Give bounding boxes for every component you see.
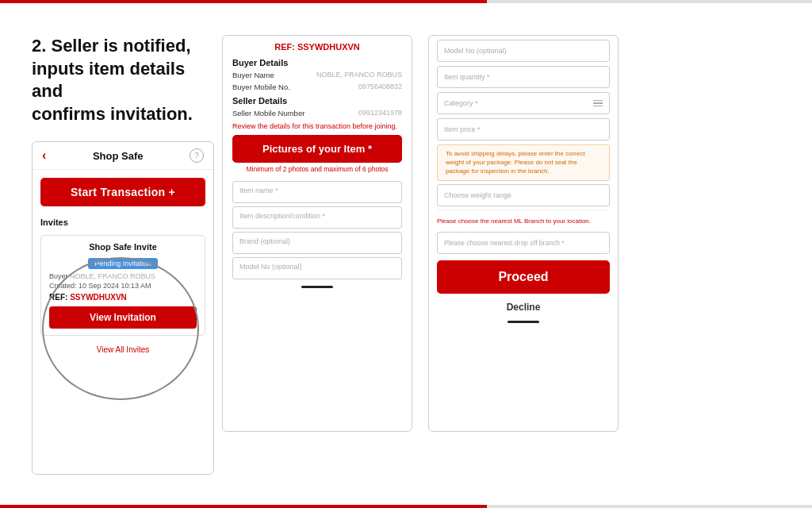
main-container: 2. Seller is notified, inputs item detai… <box>0 3 812 505</box>
item-name-input[interactable]: Item name * <box>232 181 402 203</box>
middle-screen: REF: SSYWDHUXVN Buyer Details Buyer Name… <box>222 35 412 432</box>
brand-input[interactable]: Brand (optional) <box>232 232 402 254</box>
dropdown-icon <box>593 100 603 107</box>
model-no-input-1[interactable]: Model No (optional) <box>232 257 402 279</box>
decline-button[interactable]: Decline <box>429 298 618 316</box>
bottom-border <box>0 505 812 508</box>
proceed-button[interactable]: Proceed <box>437 260 610 294</box>
view-invitation-button[interactable]: View Invitation <box>49 306 197 329</box>
review-text: Review the details for this transaction … <box>223 119 412 135</box>
seller-mobile-row: Seller Mobile Number 09912341978 <box>223 107 412 119</box>
bottom-border-red <box>0 505 487 508</box>
phone-mockup-1: ‹ Shop Safe ? Start Transaction + Invite… <box>32 141 214 475</box>
item-description-input[interactable]: Item description/condition * <box>232 206 402 229</box>
buyer-name-row: Buyer Name NOBLE, FRANCO ROBUS <box>223 69 412 81</box>
scroll-bar-right <box>508 321 539 323</box>
photo-subtitle: Minimum of 2 photos and maximum of 6 pho… <box>223 163 412 178</box>
phone-title: Shop Safe <box>93 150 144 162</box>
divider <box>437 210 610 210</box>
created-info: Created: 10 Sep 2024 10:13 AM <box>49 282 197 290</box>
weight-info-text: To avoid shipping delays, please enter t… <box>437 144 610 181</box>
item-price-input[interactable]: Item price * <box>437 118 610 140</box>
ref-info: REF: SSYWDHUXVN <box>49 293 197 302</box>
ref-header: REF: SSYWDHUXVN <box>223 36 412 55</box>
help-button[interactable]: ? <box>190 148 204 163</box>
branch-dropdown[interactable]: Please choose nearest drop off branch * <box>437 232 610 254</box>
buyer-details-title: Buyer Details <box>223 55 412 69</box>
phone-header: ‹ Shop Safe ? <box>33 142 213 170</box>
buyer-info: Buyer NOBLE, FRANCO ROBUS <box>49 272 197 280</box>
main-heading: 2. Seller is notified, inputs item detai… <box>32 35 206 125</box>
category-input[interactable]: Category * <box>437 92 610 114</box>
branch-info-text: Please choose the nearest ML Branch to y… <box>429 214 618 229</box>
back-button[interactable]: ‹ <box>42 148 46 163</box>
item-quantity-input[interactable]: Item quantity * <box>437 66 610 88</box>
invite-card-title: Shop Safe Invite <box>49 242 197 252</box>
invites-label: Invites <box>33 214 213 230</box>
right-screen: Model No (optional) Item quantity * Cate… <box>428 35 619 432</box>
left-section: 2. Seller is notified, inputs item detai… <box>32 35 206 475</box>
photo-button[interactable]: Pictures of your Item * <box>232 135 402 163</box>
model-no-input-2[interactable]: Model No (optional) <box>437 40 610 62</box>
scroll-bar <box>301 286 333 288</box>
buyer-mobile-row: Buyer Mobile No. 09756408832 <box>223 81 412 93</box>
invite-card: Shop Safe Invite Pending Invitation Buye… <box>40 235 205 336</box>
seller-details-title: Seller Details <box>223 93 412 107</box>
invite-badge: Pending Invitation <box>88 258 158 269</box>
weight-range-dropdown[interactable]: Choose weight range <box>437 184 610 206</box>
view-all-invites-link[interactable]: View All Invites <box>33 341 213 359</box>
start-transaction-button[interactable]: Start Transaction + <box>40 178 205 206</box>
